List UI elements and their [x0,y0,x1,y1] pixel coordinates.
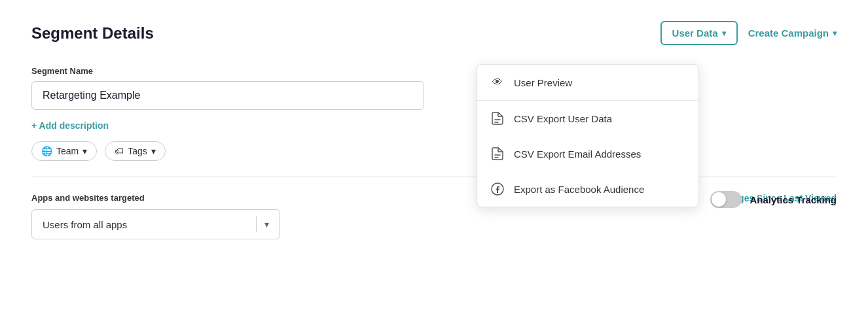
dropdown-label-user-preview: User Preview [514,77,572,88]
analytics-row: Analytics Tracking [710,191,837,208]
dropdown-label-facebook: Export as Facebook Audience [514,184,644,195]
dropdown-label-csv-user-data: CSV Export User Data [514,113,612,124]
user-data-button[interactable]: User Data ▾ [660,21,738,45]
create-campaign-chevron-icon: ▾ [833,29,837,38]
team-label: Team [56,146,79,156]
team-button[interactable]: 🌐 Team ▾ [31,141,97,161]
tags-chevron-icon: ▾ [151,146,156,156]
dropdown-item-csv-user-data[interactable]: CSV Export User Data [477,101,698,136]
apps-select[interactable]: Users from all apps ▾ [31,209,280,239]
tag-icon: 🏷 [115,146,124,156]
tags-row: 🌐 Team ▾ 🏷 Tags ▾ [31,141,837,161]
dropdown-item-facebook[interactable]: Export as Facebook Audience [477,171,698,207]
apps-chevron-icon: ▾ [264,219,269,230]
create-campaign-label: Create Campaign [748,27,829,39]
toggle-knob [712,192,726,207]
team-chevron-icon: ▾ [82,146,87,156]
apps-select-divider [256,216,257,232]
dropdown-menu: 👁 User Preview CSV Export User Data [477,64,699,207]
facebook-icon [490,182,505,196]
segment-name-section: Segment Name [31,66,837,110]
add-description-button[interactable]: + Add description [31,120,109,131]
dropdown-item-user-preview[interactable]: 👁 User Preview [477,65,698,100]
apps-select-value: Users from all apps [43,219,248,230]
dropdown-label-csv-email: CSV Export Email Addresses [514,148,641,160]
section-divider [31,177,837,177]
user-data-chevron-icon: ▾ [722,29,726,38]
document-icon-2 [490,146,505,161]
tags-button[interactable]: 🏷 Tags ▾ [105,141,166,161]
create-campaign-button[interactable]: Create Campaign ▾ [748,27,837,39]
globe-icon: 🌐 [41,146,52,156]
tags-label: Tags [128,146,147,156]
eye-icon: 👁 [490,75,505,90]
header-buttons: User Data ▾ Create Campaign ▾ [660,21,837,45]
segment-name-input[interactable] [31,81,424,110]
user-data-label: User Data [672,27,718,39]
document-icon-1 [490,111,505,126]
dropdown-item-csv-email[interactable]: CSV Export Email Addresses [477,136,698,171]
analytics-label: Analytics Tracking [750,194,837,205]
segment-name-label: Segment Name [31,66,837,76]
analytics-tracking-toggle[interactable] [710,191,742,208]
add-description-label: + Add description [31,120,109,131]
header-row: Segment Details User Data ▾ Create Campa… [31,21,837,45]
page-title: Segment Details [31,24,154,43]
